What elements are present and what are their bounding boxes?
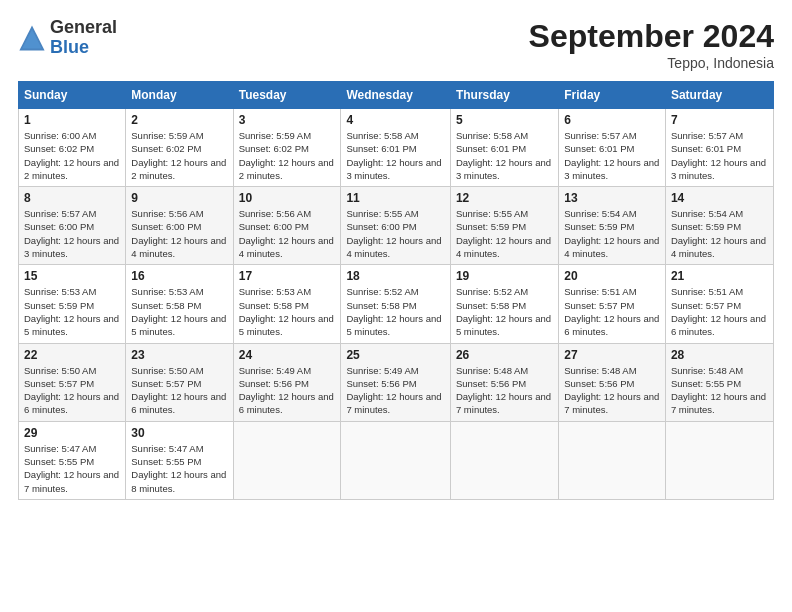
day-info: Sunrise: 5:51 AM Sunset: 5:57 PM Dayligh…	[564, 285, 660, 338]
day-info: Sunrise: 5:52 AM Sunset: 5:58 PM Dayligh…	[456, 285, 553, 338]
day-number: 6	[564, 113, 660, 127]
day-number: 11	[346, 191, 445, 205]
day-info: Sunrise: 5:55 AM Sunset: 5:59 PM Dayligh…	[456, 207, 553, 260]
day-info: Sunrise: 5:49 AM Sunset: 5:56 PM Dayligh…	[346, 364, 445, 417]
calendar-cell: 26Sunrise: 5:48 AM Sunset: 5:56 PM Dayli…	[450, 343, 558, 421]
day-info: Sunrise: 5:51 AM Sunset: 5:57 PM Dayligh…	[671, 285, 768, 338]
day-of-week-sunday: Sunday	[19, 82, 126, 109]
day-of-week-tuesday: Tuesday	[233, 82, 341, 109]
day-of-week-monday: Monday	[126, 82, 233, 109]
day-of-week-wednesday: Wednesday	[341, 82, 451, 109]
calendar-week-4: 29Sunrise: 5:47 AM Sunset: 5:55 PM Dayli…	[19, 421, 774, 499]
calendar-cell: 1Sunrise: 6:00 AM Sunset: 6:02 PM Daylig…	[19, 109, 126, 187]
calendar-cell: 6Sunrise: 5:57 AM Sunset: 6:01 PM Daylig…	[559, 109, 666, 187]
day-number: 21	[671, 269, 768, 283]
day-info: Sunrise: 5:47 AM Sunset: 5:55 PM Dayligh…	[24, 442, 120, 495]
day-number: 2	[131, 113, 227, 127]
day-info: Sunrise: 5:54 AM Sunset: 5:59 PM Dayligh…	[564, 207, 660, 260]
day-number: 23	[131, 348, 227, 362]
logo-general-text: General	[50, 17, 117, 37]
day-info: Sunrise: 5:56 AM Sunset: 6:00 PM Dayligh…	[131, 207, 227, 260]
location: Teppo, Indonesia	[529, 55, 774, 71]
calendar-cell: 25Sunrise: 5:49 AM Sunset: 5:56 PM Dayli…	[341, 343, 451, 421]
calendar-cell: 22Sunrise: 5:50 AM Sunset: 5:57 PM Dayli…	[19, 343, 126, 421]
calendar-cell: 28Sunrise: 5:48 AM Sunset: 5:55 PM Dayli…	[665, 343, 773, 421]
day-info: Sunrise: 5:50 AM Sunset: 5:57 PM Dayligh…	[24, 364, 120, 417]
day-number: 10	[239, 191, 336, 205]
day-info: Sunrise: 5:56 AM Sunset: 6:00 PM Dayligh…	[239, 207, 336, 260]
logo-text: General Blue	[50, 18, 117, 58]
day-info: Sunrise: 5:48 AM Sunset: 5:56 PM Dayligh…	[564, 364, 660, 417]
month-title: September 2024	[529, 18, 774, 55]
calendar-cell: 4Sunrise: 5:58 AM Sunset: 6:01 PM Daylig…	[341, 109, 451, 187]
calendar-cell: 20Sunrise: 5:51 AM Sunset: 5:57 PM Dayli…	[559, 265, 666, 343]
svg-marker-1	[22, 29, 42, 48]
day-info: Sunrise: 5:47 AM Sunset: 5:55 PM Dayligh…	[131, 442, 227, 495]
day-number: 12	[456, 191, 553, 205]
calendar-cell: 18Sunrise: 5:52 AM Sunset: 5:58 PM Dayli…	[341, 265, 451, 343]
calendar-cell: 23Sunrise: 5:50 AM Sunset: 5:57 PM Dayli…	[126, 343, 233, 421]
calendar-cell: 7Sunrise: 5:57 AM Sunset: 6:01 PM Daylig…	[665, 109, 773, 187]
day-number: 7	[671, 113, 768, 127]
calendar-cell: 30Sunrise: 5:47 AM Sunset: 5:55 PM Dayli…	[126, 421, 233, 499]
day-info: Sunrise: 5:53 AM Sunset: 5:58 PM Dayligh…	[131, 285, 227, 338]
calendar-cell: 8Sunrise: 5:57 AM Sunset: 6:00 PM Daylig…	[19, 187, 126, 265]
day-number: 25	[346, 348, 445, 362]
day-info: Sunrise: 5:57 AM Sunset: 6:01 PM Dayligh…	[564, 129, 660, 182]
day-number: 24	[239, 348, 336, 362]
calendar-cell	[665, 421, 773, 499]
calendar-week-1: 8Sunrise: 5:57 AM Sunset: 6:00 PM Daylig…	[19, 187, 774, 265]
calendar-cell: 29Sunrise: 5:47 AM Sunset: 5:55 PM Dayli…	[19, 421, 126, 499]
day-info: Sunrise: 5:57 AM Sunset: 6:01 PM Dayligh…	[671, 129, 768, 182]
day-info: Sunrise: 5:50 AM Sunset: 5:57 PM Dayligh…	[131, 364, 227, 417]
day-info: Sunrise: 5:55 AM Sunset: 6:00 PM Dayligh…	[346, 207, 445, 260]
day-number: 1	[24, 113, 120, 127]
calendar-table: SundayMondayTuesdayWednesdayThursdayFrid…	[18, 81, 774, 500]
day-info: Sunrise: 5:52 AM Sunset: 5:58 PM Dayligh…	[346, 285, 445, 338]
day-number: 19	[456, 269, 553, 283]
day-number: 3	[239, 113, 336, 127]
calendar-cell: 27Sunrise: 5:48 AM Sunset: 5:56 PM Dayli…	[559, 343, 666, 421]
calendar-cell: 16Sunrise: 5:53 AM Sunset: 5:58 PM Dayli…	[126, 265, 233, 343]
calendar-cell: 21Sunrise: 5:51 AM Sunset: 5:57 PM Dayli…	[665, 265, 773, 343]
day-number: 9	[131, 191, 227, 205]
calendar-cell: 24Sunrise: 5:49 AM Sunset: 5:56 PM Dayli…	[233, 343, 341, 421]
day-number: 30	[131, 426, 227, 440]
day-info: Sunrise: 5:48 AM Sunset: 5:55 PM Dayligh…	[671, 364, 768, 417]
calendar-cell	[559, 421, 666, 499]
calendar-cell: 9Sunrise: 5:56 AM Sunset: 6:00 PM Daylig…	[126, 187, 233, 265]
day-number: 13	[564, 191, 660, 205]
page: General Blue September 2024 Teppo, Indon…	[0, 0, 792, 612]
calendar-cell: 5Sunrise: 5:58 AM Sunset: 6:01 PM Daylig…	[450, 109, 558, 187]
day-info: Sunrise: 5:58 AM Sunset: 6:01 PM Dayligh…	[346, 129, 445, 182]
day-info: Sunrise: 5:59 AM Sunset: 6:02 PM Dayligh…	[239, 129, 336, 182]
day-number: 4	[346, 113, 445, 127]
calendar-cell	[341, 421, 451, 499]
calendar-cell: 13Sunrise: 5:54 AM Sunset: 5:59 PM Dayli…	[559, 187, 666, 265]
day-number: 8	[24, 191, 120, 205]
day-info: Sunrise: 5:58 AM Sunset: 6:01 PM Dayligh…	[456, 129, 553, 182]
calendar-cell: 17Sunrise: 5:53 AM Sunset: 5:58 PM Dayli…	[233, 265, 341, 343]
day-info: Sunrise: 5:54 AM Sunset: 5:59 PM Dayligh…	[671, 207, 768, 260]
day-of-week-friday: Friday	[559, 82, 666, 109]
calendar-cell	[450, 421, 558, 499]
day-number: 20	[564, 269, 660, 283]
calendar-cell: 3Sunrise: 5:59 AM Sunset: 6:02 PM Daylig…	[233, 109, 341, 187]
calendar-cell: 14Sunrise: 5:54 AM Sunset: 5:59 PM Dayli…	[665, 187, 773, 265]
calendar-week-0: 1Sunrise: 6:00 AM Sunset: 6:02 PM Daylig…	[19, 109, 774, 187]
calendar-week-3: 22Sunrise: 5:50 AM Sunset: 5:57 PM Dayli…	[19, 343, 774, 421]
logo-blue-text: Blue	[50, 37, 89, 57]
calendar-cell: 19Sunrise: 5:52 AM Sunset: 5:58 PM Dayli…	[450, 265, 558, 343]
day-number: 14	[671, 191, 768, 205]
calendar-cell	[233, 421, 341, 499]
day-number: 28	[671, 348, 768, 362]
day-number: 27	[564, 348, 660, 362]
calendar-cell: 10Sunrise: 5:56 AM Sunset: 6:00 PM Dayli…	[233, 187, 341, 265]
day-info: Sunrise: 5:53 AM Sunset: 5:59 PM Dayligh…	[24, 285, 120, 338]
day-of-week-saturday: Saturday	[665, 82, 773, 109]
day-of-week-thursday: Thursday	[450, 82, 558, 109]
calendar-cell: 2Sunrise: 5:59 AM Sunset: 6:02 PM Daylig…	[126, 109, 233, 187]
day-info: Sunrise: 5:48 AM Sunset: 5:56 PM Dayligh…	[456, 364, 553, 417]
title-block: September 2024 Teppo, Indonesia	[529, 18, 774, 71]
calendar-cell: 15Sunrise: 5:53 AM Sunset: 5:59 PM Dayli…	[19, 265, 126, 343]
